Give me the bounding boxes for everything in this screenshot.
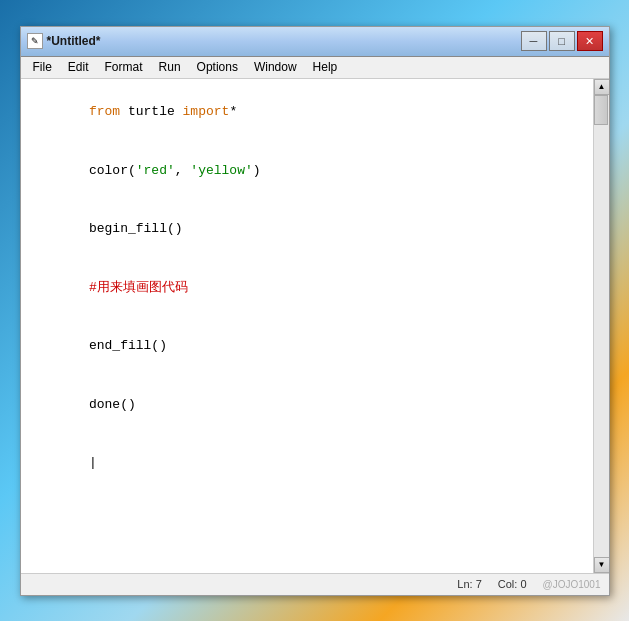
code-line-3: begin_fill()	[27, 200, 587, 259]
scroll-track[interactable]	[594, 95, 609, 557]
code-line-4: #用来填画图代码	[27, 258, 587, 317]
menu-file[interactable]: File	[25, 58, 60, 76]
title-bar: ✎ *Untitled* ─ □ ✕	[21, 27, 609, 57]
maximize-button[interactable]: □	[549, 31, 575, 51]
menu-bar: File Edit Format Run Options Window Help	[21, 57, 609, 79]
code-line-5: end_fill()	[27, 317, 587, 376]
status-bar: Ln: 7 Col: 0 @JOJO1001	[21, 573, 609, 595]
line-number: Ln: 7	[457, 578, 481, 590]
menu-options[interactable]: Options	[189, 58, 246, 76]
window-icon: ✎	[27, 33, 43, 49]
code-line-2: color('red', 'yellow')	[27, 141, 587, 200]
menu-edit[interactable]: Edit	[60, 58, 97, 76]
keyword-import: import	[183, 104, 230, 119]
minimize-button[interactable]: ─	[521, 31, 547, 51]
menu-window[interactable]: Window	[246, 58, 305, 76]
comment-line: #用来填画图代码	[89, 280, 188, 295]
scroll-thumb[interactable]	[594, 95, 608, 125]
watermark: @JOJO1001	[543, 579, 601, 590]
window-title: *Untitled*	[47, 34, 521, 48]
scroll-down-button[interactable]: ▼	[594, 557, 609, 573]
code-editor[interactable]: from turtle import* color('red', 'yellow…	[21, 79, 593, 573]
code-line-7: |	[27, 434, 587, 493]
code-line-1: from turtle import*	[27, 83, 587, 142]
vertical-scrollbar[interactable]: ▲ ▼	[593, 79, 609, 573]
code-line-6: done()	[27, 375, 587, 434]
menu-format[interactable]: Format	[97, 58, 151, 76]
main-window: ✎ *Untitled* ─ □ ✕ File Edit Format Run …	[20, 26, 610, 596]
editor-container: from turtle import* color('red', 'yellow…	[21, 79, 609, 573]
window-controls: ─ □ ✕	[521, 31, 603, 51]
close-button[interactable]: ✕	[577, 31, 603, 51]
col-number: Col: 0	[498, 578, 527, 590]
keyword-from: from	[89, 104, 120, 119]
menu-help[interactable]: Help	[305, 58, 346, 76]
scroll-up-button[interactable]: ▲	[594, 79, 609, 95]
menu-run[interactable]: Run	[151, 58, 189, 76]
